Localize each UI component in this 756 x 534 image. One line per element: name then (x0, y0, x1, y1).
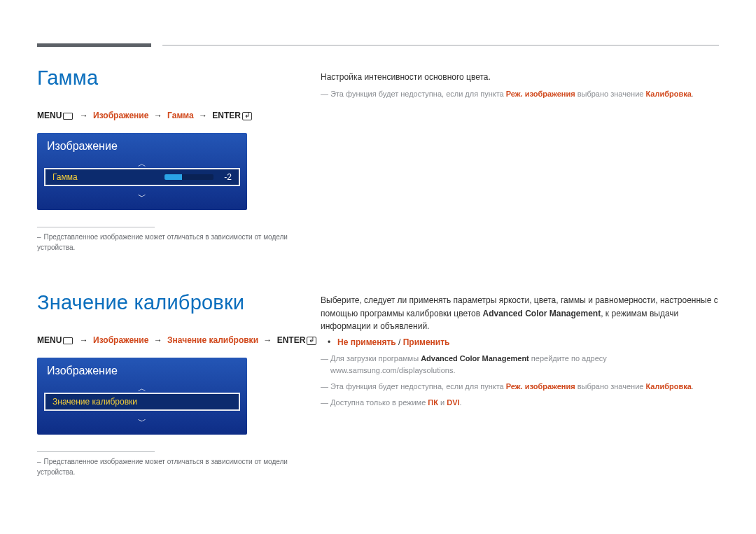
description-text: Выберите, следует ли применять параметры… (321, 294, 720, 333)
arrow-icon: → (196, 111, 210, 120)
highlight-acm: Advanced Color Management (421, 354, 529, 363)
osd-menu-title: Изображение (37, 133, 247, 157)
section-title: Значение калибровки (37, 291, 318, 314)
header-accent-bar (37, 43, 151, 47)
footnote-text: Представленное изображение может отличат… (37, 233, 288, 251)
breadcrumb-enter: ENTER (212, 111, 241, 120)
chevron-down-icon[interactable]: ﹀ (138, 416, 146, 428)
highlight-pc: ПК (428, 398, 438, 407)
osd-menu-item-gamma[interactable]: Гамма -2 (44, 168, 240, 186)
breadcrumb-menu: MENU (37, 335, 62, 345)
breadcrumb: MENU → Изображение → Гамма → ENTER (37, 111, 289, 120)
arrow-icon: → (151, 335, 165, 345)
footnote: –Представленное изображение может отлича… (37, 456, 289, 477)
note-download: Для загрузки программы Advanced Color Ma… (321, 353, 720, 377)
menu-icon (63, 337, 73, 344)
section-gamma: Гамма MENU → Изображение → Гамма → ENTER… (37, 66, 289, 253)
note-unavailable: Эта функция будет недоступна, если для п… (321, 381, 720, 393)
osd-menu-title: Изображение (37, 358, 247, 381)
breadcrumb-menu: MENU (37, 111, 62, 120)
arrow-icon: → (77, 111, 91, 120)
header-rule (162, 45, 719, 45)
note-pc-dvi: Доступна только в режиме ПК и DVI. (321, 397, 720, 409)
gamma-slider[interactable] (164, 174, 214, 180)
highlight-mode: Реж. изображения (506, 382, 575, 391)
section-gamma-description: Настройка интенсивности основного цвета.… (321, 71, 720, 104)
osd-item-label: Гамма (52, 172, 78, 182)
footnote-rule (37, 227, 155, 227)
breadcrumb-enter: ENTER (277, 335, 306, 345)
gamma-slider-fill (164, 174, 182, 180)
gamma-value: -2 (219, 172, 232, 182)
osd-item-label: Значение калибровки (52, 397, 137, 407)
osd-menu-item-calibration[interactable]: Значение калибровки (44, 393, 240, 411)
menu-icon (63, 113, 73, 120)
option-item: Не применять / Применить (330, 337, 720, 347)
arrow-icon: → (260, 335, 274, 345)
highlight-acm: Advanced Color Management (483, 309, 601, 318)
breadcrumb-step: Изображение (93, 111, 148, 120)
section-title: Гамма (37, 66, 289, 90)
section-calibration-value: Значение калибровки MENU → Изображение →… (37, 291, 318, 477)
option-not-apply: Не применять (337, 337, 396, 347)
enter-icon (242, 112, 252, 120)
highlight-mode: Реж. изображения (506, 90, 575, 98)
breadcrumb-step: Гамма (167, 111, 194, 120)
footnote: –Представленное изображение может отлича… (37, 232, 289, 253)
highlight-dvi: DVI (447, 398, 459, 407)
osd-menu-preview: Изображение ︿ Значение калибровки ﹀ (37, 358, 247, 435)
chevron-down-icon[interactable]: ﹀ (138, 191, 146, 203)
footnote-text: Представленное изображение может отличат… (37, 458, 288, 476)
option-apply: Применить (403, 337, 450, 347)
breadcrumb: MENU → Изображение → Значение калибровки… (37, 335, 318, 345)
note-text: Эта функция будет недоступна, если для п… (321, 88, 720, 100)
osd-menu-preview: Изображение ︿ Гамма -2 ﹀ (37, 133, 247, 210)
section-calibration-description: Выберите, следует ли применять параметры… (321, 294, 720, 413)
options-list: Не применять / Применить (321, 337, 720, 347)
breadcrumb-step: Значение калибровки (167, 335, 258, 345)
arrow-icon: → (77, 335, 91, 345)
arrow-icon: → (151, 111, 165, 120)
breadcrumb-step: Изображение (93, 335, 148, 345)
footnote-rule (37, 451, 155, 452)
description-text: Настройка интенсивности основного цвета. (321, 71, 720, 84)
highlight-calibration: Калибровка (645, 382, 691, 391)
highlight-calibration: Калибровка (645, 90, 691, 98)
enter-icon (307, 337, 316, 345)
